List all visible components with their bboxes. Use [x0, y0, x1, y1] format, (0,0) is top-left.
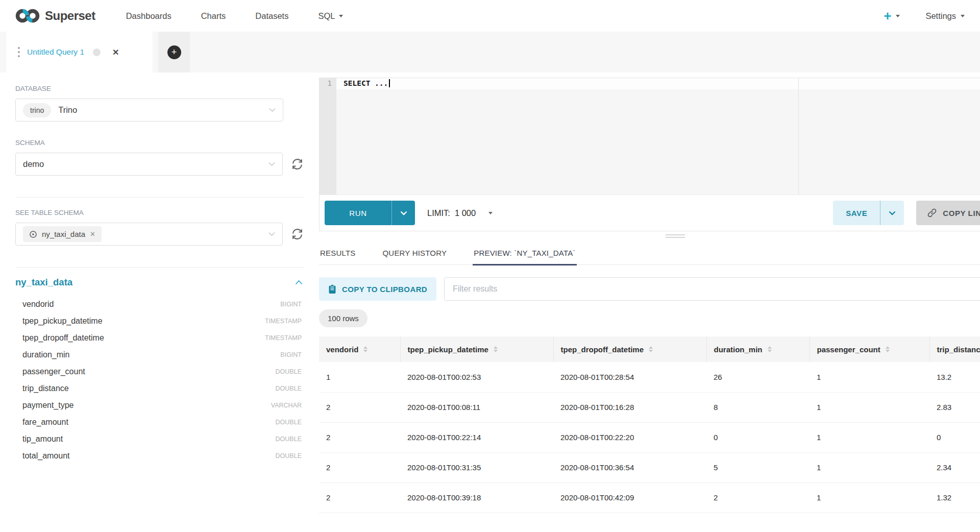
- close-icon[interactable]: ✕: [112, 47, 119, 57]
- nav-item-label: SQL: [318, 11, 335, 21]
- copy-to-clipboard-button[interactable]: COPY TO CLIPBOARD: [319, 277, 436, 301]
- nav-item-datasets[interactable]: Datasets: [255, 11, 288, 21]
- column-header-duration_min[interactable]: duration_min: [706, 336, 810, 362]
- copy-to-clipboard-label: COPY TO CLIPBOARD: [342, 285, 427, 294]
- nav-item-charts[interactable]: Charts: [201, 11, 226, 21]
- nav-item-dashboards[interactable]: Dashboards: [126, 11, 172, 21]
- schema-column-row: total_amountDOUBLE: [15, 447, 305, 464]
- settings-label: Settings: [925, 11, 956, 21]
- column-header-label: trip_distance: [937, 345, 980, 354]
- column-name: tip_amount: [22, 434, 63, 444]
- results-tab-query-history[interactable]: QUERY HISTORY: [381, 241, 448, 264]
- settings-menu[interactable]: Settings: [925, 11, 965, 21]
- remove-icon[interactable]: ✕: [90, 230, 95, 238]
- table-cell: 1: [810, 482, 929, 513]
- brand[interactable]: Superset: [15, 7, 95, 25]
- column-header-passenger_count[interactable]: passenger_count: [810, 336, 929, 362]
- run-options-button[interactable]: [391, 201, 415, 225]
- schema-column-row: trip_distanceDOUBLE: [15, 380, 305, 397]
- save-options-button[interactable]: [880, 201, 904, 225]
- sort-icon: [363, 346, 368, 352]
- new-item-menu[interactable]: +: [884, 9, 900, 22]
- divider: [15, 197, 305, 198]
- table-cell: 1: [810, 362, 929, 392]
- query-tab[interactable]: Untitled Query 1 ✕: [6, 32, 153, 72]
- new-tab-button[interactable]: +: [158, 32, 190, 72]
- database-backend-pill: trino: [23, 103, 51, 117]
- column-name: payment_type: [22, 401, 74, 410]
- print-margin-line: [798, 78, 799, 195]
- database-value: Trino: [58, 105, 77, 115]
- column-header-tpep_pickup_datetime[interactable]: tpep_pickup_datetime: [400, 336, 553, 362]
- refresh-tables-icon[interactable]: [289, 227, 305, 242]
- table-cell: 8: [706, 392, 810, 422]
- table-row: 22020-08-01T00:22:142020-08-01T00:22:200…: [319, 422, 980, 452]
- column-header-trip_distance[interactable]: trip_distance: [929, 336, 980, 362]
- column-header-label: tpep_pickup_datetime: [408, 345, 488, 354]
- chevron-down-icon: [268, 162, 275, 166]
- sort-icon: [768, 346, 772, 352]
- main-content: DATABASE trino Trino SCHEMA demo SEE TAB…: [0, 72, 980, 532]
- schema-select[interactable]: demo: [15, 153, 283, 176]
- table-cell: 2020-08-01T00:28:54: [553, 362, 706, 392]
- save-button-group: SAVE: [833, 201, 904, 225]
- filter-results-input[interactable]: [444, 277, 980, 301]
- refresh-schema-icon[interactable]: [289, 157, 305, 172]
- results-table-wrap: vendoridtpep_pickup_datetimetpep_dropoff…: [319, 336, 980, 513]
- table-row: 22020-08-01T00:31:352020-08-01T00:36:545…: [319, 452, 980, 482]
- run-button[interactable]: RUN: [325, 201, 391, 225]
- column-header-tpep_dropoff_datetime[interactable]: tpep_dropoff_datetime: [553, 336, 706, 362]
- schema-column-row: vendoridBIGINT: [15, 296, 305, 312]
- chevron-down-icon: [889, 211, 896, 215]
- table-select[interactable]: ny_taxi_data ✕: [15, 223, 283, 246]
- results-tab-results[interactable]: RESULTS: [319, 241, 356, 264]
- column-name: fare_amount: [22, 418, 68, 427]
- column-type: DOUBLE: [276, 452, 302, 460]
- caret-down-icon: [488, 212, 493, 214]
- schema-column-row: passenger_countDOUBLE: [15, 363, 305, 380]
- column-type: BIGINT: [280, 351, 302, 358]
- copy-link-button[interactable]: COPY LINK: [916, 201, 980, 225]
- editor-toolbar: RUN LIMIT: 1 000 SAVE: [320, 195, 980, 231]
- table-cell: 0: [929, 422, 980, 452]
- editor-gutter: 1: [320, 78, 336, 195]
- column-header-vendorid[interactable]: vendorid: [319, 336, 400, 362]
- caret-down-icon: [896, 15, 900, 17]
- run-button-group: RUN: [325, 201, 415, 225]
- table-row: 22020-08-01T00:08:112020-08-01T00:16:288…: [319, 392, 980, 422]
- column-header-label: vendorid: [326, 345, 358, 354]
- save-button[interactable]: SAVE: [833, 201, 880, 225]
- active-line-highlight: [336, 78, 980, 89]
- table-cell: 2: [319, 482, 400, 513]
- table-cell: 2: [319, 422, 400, 452]
- chevron-down-icon: [268, 232, 275, 236]
- limit-dropdown[interactable]: LIMIT: 1 000: [427, 208, 493, 218]
- table-name-heading[interactable]: ny_taxi_data: [15, 277, 72, 288]
- superset-logo-icon: [15, 7, 40, 25]
- clipboard-icon: [328, 284, 336, 294]
- selected-table-name: ny_taxi_data: [42, 230, 85, 238]
- table-cell: 2.83: [929, 392, 980, 422]
- sql-code-text: SELECT ...: [344, 79, 388, 87]
- column-header-label: passenger_count: [817, 345, 880, 354]
- sqllab-sidebar: DATABASE trino Trino SCHEMA demo SEE TAB…: [6, 72, 313, 532]
- table-cell: 2.34: [929, 452, 980, 482]
- divider: [15, 267, 305, 268]
- top-nav: Superset DashboardsChartsDatasetsSQL + S…: [0, 0, 980, 32]
- column-name: tpep_dropoff_datetime: [22, 333, 104, 343]
- drag-handle-icon[interactable]: [17, 46, 20, 58]
- table-cell: 1: [810, 422, 929, 452]
- sql-editor[interactable]: 1 SELECT ...: [320, 78, 980, 195]
- table-cell: 2020-08-01T00:08:11: [400, 392, 553, 422]
- pane-resize-handle[interactable]: [319, 231, 980, 239]
- chevron-up-icon[interactable]: [295, 280, 303, 285]
- database-select[interactable]: trino Trino: [15, 99, 283, 122]
- table-cell: 2: [706, 482, 810, 513]
- selected-table-pill: ny_taxi_data ✕: [23, 226, 102, 242]
- nav-item-sql[interactable]: SQL: [318, 11, 343, 21]
- results-tab-preview[interactable]: PREVIEW: `NY_TAXI_DATA`: [473, 241, 576, 264]
- column-type: TIMESTAMP: [265, 334, 302, 342]
- eye-icon: [29, 230, 37, 238]
- column-name: tpep_pickup_datetime: [22, 317, 103, 326]
- sql-workarea: 1 SELECT ... RUN LIMIT: 1 000 SAVE: [319, 72, 980, 532]
